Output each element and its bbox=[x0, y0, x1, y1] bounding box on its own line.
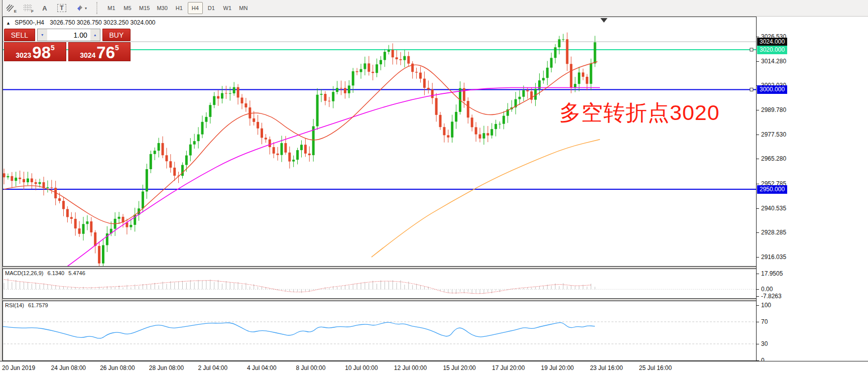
ask-sup: 5 bbox=[115, 44, 119, 52]
rsi-label: RSI(14) 61.7579 bbox=[5, 302, 48, 308]
rsi-axis-label: 70 bbox=[761, 318, 768, 325]
ask-price-tile[interactable]: 3024 76 5 bbox=[68, 42, 131, 61]
tool-sub-label: E bbox=[14, 9, 17, 14]
macd-axis-label: -7.8263 bbox=[761, 293, 782, 300]
text-annotation-button[interactable]: A bbox=[37, 2, 52, 15]
price-tick-label: 2989.780 bbox=[761, 106, 786, 113]
time-label: 19 Jul 20:00 bbox=[541, 364, 574, 371]
macd-signal-value: 5.4746 bbox=[68, 270, 85, 276]
volume-increase-button[interactable]: ▴ bbox=[90, 29, 100, 41]
rsi-splitter[interactable] bbox=[0, 299, 868, 301]
axis-tick bbox=[757, 135, 759, 135]
cycle-lines-button[interactable]: ▾ bbox=[71, 2, 91, 15]
price-tick-label: 2965.280 bbox=[761, 155, 786, 162]
tool-sub-label: F bbox=[31, 9, 34, 14]
price-flag-3000.000: 3000.000 bbox=[757, 85, 787, 94]
ask-big: 76 bbox=[96, 46, 115, 59]
tf-button-M15[interactable]: M15 bbox=[136, 2, 153, 14]
axis-tick bbox=[757, 257, 759, 258]
bid-prefix: 3023 bbox=[16, 51, 31, 59]
axis-tick bbox=[757, 344, 759, 344]
volume-input[interactable] bbox=[47, 29, 90, 41]
price-axis[interactable]: 3026.5303014.2803002.0302989.7802977.530… bbox=[756, 17, 868, 372]
time-label: 10 Jul 00:00 bbox=[345, 364, 378, 371]
letter-a-icon: A bbox=[42, 5, 47, 12]
tf-button-H1[interactable]: H1 bbox=[172, 2, 187, 14]
bid-sup: 5 bbox=[51, 44, 55, 52]
text-box-button[interactable]: T bbox=[54, 2, 69, 15]
price-flag-3020.000: 3020.000 bbox=[757, 46, 787, 54]
chart-text-annotation: 多空转折点3020 bbox=[559, 98, 720, 128]
grid-f-button[interactable]: F bbox=[20, 2, 35, 15]
buy-button[interactable]: BUY bbox=[102, 29, 131, 41]
axis-tick bbox=[757, 289, 759, 290]
price-flag-3024.000: 3024.000 bbox=[757, 38, 787, 46]
macd-main-value: 6.1340 bbox=[47, 270, 64, 276]
axis-tick bbox=[757, 110, 759, 110]
symbol-name: SP500-,H4 bbox=[15, 19, 44, 26]
axis-tick bbox=[757, 232, 759, 233]
rsi-value: 61.7579 bbox=[28, 302, 48, 308]
time-axis[interactable]: 20 Jun 201924 Jun 08:0026 Jun 08:0028 Ju… bbox=[0, 361, 868, 378]
line-studies-button[interactable]: E bbox=[3, 2, 18, 15]
rsi-axis-label: 100 bbox=[761, 302, 771, 309]
ohlc-values: 3026.750 3026.750 3023.250 3024.000 bbox=[50, 19, 155, 26]
chevron-down-icon: ▾ bbox=[85, 6, 87, 11]
macd-label: MACD(12,26,9) 6.1340 5.4746 bbox=[5, 270, 85, 276]
bid-price-tile[interactable]: 3023 98 5 bbox=[4, 42, 66, 61]
axis-tick bbox=[757, 208, 759, 209]
rsi-axis-label: 30 bbox=[761, 340, 768, 347]
macd-pane[interactable] bbox=[0, 269, 756, 299]
tf-button-M30[interactable]: M30 bbox=[154, 2, 170, 14]
tf-button-W1[interactable]: W1 bbox=[220, 2, 235, 14]
tf-button-D1[interactable]: D1 bbox=[204, 2, 219, 14]
boxed-t-icon: T bbox=[57, 4, 66, 12]
axis-tick bbox=[757, 322, 759, 322]
time-label: 12 Jul 00:00 bbox=[394, 364, 427, 371]
axis-tick bbox=[757, 305, 759, 306]
tf-button-M5[interactable]: M5 bbox=[120, 2, 135, 14]
macd-axis-label: 17.9505 bbox=[761, 270, 783, 277]
tf-button-M1[interactable]: M1 bbox=[104, 2, 119, 14]
time-label: 25 Jul 16:00 bbox=[639, 364, 672, 371]
axis-tick bbox=[757, 184, 759, 184]
price-flag-2950.000: 2950.000 bbox=[757, 185, 787, 194]
timeframe-group: M1M5M15M30H1H4D1W1MN bbox=[104, 2, 252, 14]
time-label: 8 Jul 00:00 bbox=[296, 364, 326, 371]
top-toolbar: E F A T ▾ M1M5M15M30H1H4D1W1MN bbox=[0, 0, 868, 17]
axis-tick bbox=[757, 61, 759, 62]
macd-axis-label: 0.00 bbox=[761, 286, 773, 293]
collapse-arrow-icon[interactable]: ▲ bbox=[6, 21, 11, 26]
toolbar-separator bbox=[96, 2, 99, 14]
axis-tick bbox=[757, 159, 759, 159]
time-label: 4 Jul 04:00 bbox=[247, 364, 277, 371]
time-label: 2 Jul 04:00 bbox=[198, 364, 227, 371]
trading-platform-window: E F A T ▾ M1M5M15M30H1H4D1W1MN bbox=[0, 0, 868, 378]
arrows-icon bbox=[76, 5, 84, 12]
axis-tick bbox=[757, 274, 759, 274]
macd-splitter[interactable] bbox=[0, 267, 868, 269]
axis-tick bbox=[757, 37, 759, 37]
rsi-pane[interactable] bbox=[0, 301, 756, 361]
bid-big: 98 bbox=[32, 46, 51, 59]
time-label: 15 Jul 20:00 bbox=[443, 364, 475, 371]
axis-tick bbox=[757, 296, 759, 297]
price-tick-label: 2928.285 bbox=[761, 229, 786, 236]
tf-button-MN[interactable]: MN bbox=[236, 2, 251, 14]
time-label: 20 Jun 2019 bbox=[2, 364, 35, 371]
window-left-edge bbox=[0, 0, 3, 378]
tf-button-H4[interactable]: H4 bbox=[188, 2, 203, 14]
price-tick-label: 3014.280 bbox=[761, 58, 786, 65]
sell-button[interactable]: SELL bbox=[4, 29, 35, 41]
volume-decrease-button[interactable]: ▾ bbox=[38, 29, 47, 41]
price-tick-label: 2916.035 bbox=[761, 254, 786, 261]
time-label: 24 Jun 08:00 bbox=[51, 364, 86, 371]
time-label: 28 Jun 08:00 bbox=[149, 364, 184, 371]
volume-box: ▾ ▴ bbox=[37, 29, 100, 41]
price-tick-label: 2940.535 bbox=[761, 205, 786, 212]
price-tick-label: 2977.530 bbox=[761, 131, 786, 138]
symbol-header: ▲ SP500-,H4 3026.750 3026.750 3023.250 3… bbox=[6, 19, 156, 26]
time-label: 26 Jun 08:00 bbox=[100, 364, 135, 371]
one-click-trade-panel: SELL ▾ ▴ BUY 3023 98 5 3024 76 5 bbox=[4, 29, 131, 61]
ask-prefix: 3024 bbox=[80, 51, 95, 59]
